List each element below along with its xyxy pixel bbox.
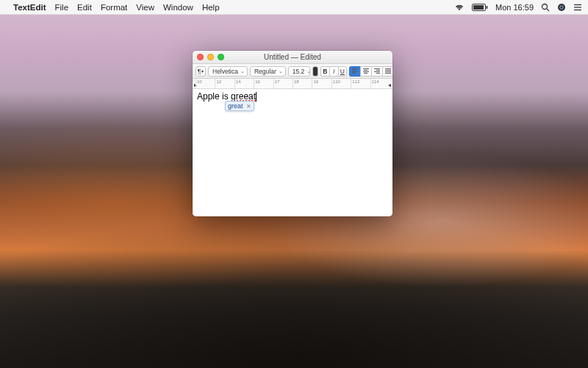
wifi-icon[interactable] xyxy=(454,4,465,11)
align-justify-button[interactable] xyxy=(382,66,392,77)
spotlight-icon[interactable] xyxy=(541,3,550,12)
document-area[interactable]: Apple is greeat great ✕ xyxy=(193,89,392,216)
document-text: Apple is xyxy=(197,91,231,102)
menubar-clock[interactable]: Mon 16:59 xyxy=(495,3,534,12)
svg-point-5 xyxy=(558,4,565,11)
menu-help[interactable]: Help xyxy=(202,3,220,12)
svg-rect-1 xyxy=(487,6,488,9)
svg-point-3 xyxy=(542,4,548,9)
svg-rect-2 xyxy=(473,5,484,10)
paragraph-style-button[interactable]: ¶▾ xyxy=(196,66,206,77)
autocorrect-dismiss-icon[interactable]: ✕ xyxy=(246,103,251,110)
menu-file[interactable]: File xyxy=(55,3,69,12)
menu-format[interactable]: Format xyxy=(101,3,127,12)
text-color-button[interactable] xyxy=(312,66,318,77)
font-family-select[interactable]: Helvetica ⌄ xyxy=(208,66,248,77)
format-toolbar: ¶▾ Helvetica ⌄ Regular ⌄ 15.2 ⌄ B I U 1.… xyxy=(193,64,392,79)
misspelled-word[interactable]: greeat xyxy=(231,91,256,102)
align-left-button[interactable] xyxy=(349,66,360,77)
underline-button[interactable]: U xyxy=(338,66,347,77)
traffic-lights xyxy=(197,54,224,60)
font-style-select[interactable]: Regular ⌄ xyxy=(250,66,286,77)
minimize-button[interactable] xyxy=(207,54,214,60)
right-margin-marker[interactable]: ◂ xyxy=(388,82,391,88)
app-menu[interactable]: TextEdit xyxy=(13,3,46,12)
font-style-value: Regular xyxy=(254,68,276,75)
battery-icon[interactable] xyxy=(472,4,488,11)
align-center-button[interactable] xyxy=(360,66,371,77)
text-caret xyxy=(256,92,257,102)
textedit-window: Untitled — Edited ¶▾ Helvetica ⌄ Regular… xyxy=(193,51,392,216)
menu-edit[interactable]: Edit xyxy=(77,3,92,12)
font-family-value: Helvetica xyxy=(212,68,238,75)
menu-view[interactable]: View xyxy=(136,3,154,12)
bold-button[interactable]: B xyxy=(320,66,329,77)
font-size-select[interactable]: 15.2 ⌄ xyxy=(288,66,310,77)
chevron-down-icon: ⌄ xyxy=(279,68,283,74)
italic-button[interactable]: I xyxy=(329,66,338,77)
window-titlebar[interactable]: Untitled — Edited xyxy=(193,51,392,64)
chevron-down-icon: ⌄ xyxy=(306,68,311,74)
chevron-down-icon: ⌄ xyxy=(240,68,245,74)
siri-icon[interactable] xyxy=(557,3,566,12)
menu-window[interactable]: Window xyxy=(163,3,193,12)
close-button[interactable] xyxy=(197,54,204,60)
autocorrect-suggestion[interactable]: great xyxy=(228,102,243,110)
align-right-button[interactable] xyxy=(371,66,382,77)
font-size-value: 15.2 xyxy=(293,68,305,75)
notification-center-icon[interactable] xyxy=(573,4,582,11)
svg-line-4 xyxy=(547,9,549,11)
menubar: TextEdit File Edit Format View Window He… xyxy=(0,0,588,15)
zoom-button[interactable] xyxy=(218,54,224,60)
ruler[interactable]: ▸ 10 12 14 16 17 18 19 110 112 114 ◂ xyxy=(193,79,392,89)
autocorrect-bubble[interactable]: great ✕ xyxy=(225,101,254,111)
